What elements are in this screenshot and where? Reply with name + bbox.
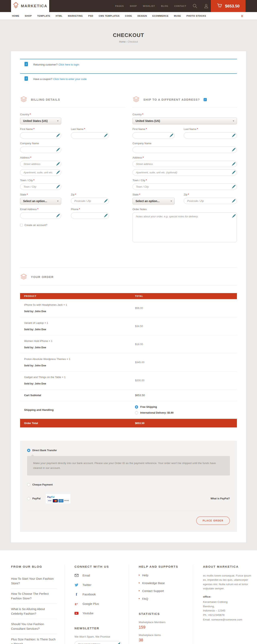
logo[interactable]: MARKETICA (11, 0, 49, 12)
newsletter-block: NEWSLETTER We Won't Spam, We Promise SIG… (74, 626, 123, 644)
create-account-checkbox[interactable] (20, 224, 23, 226)
billing-state-select[interactable]: Select an option... (20, 198, 61, 204)
knowledge-base-link[interactable]: Knowledge Base (139, 581, 187, 585)
direct-bank-transfer-option[interactable]: Direct Bank Transfer (27, 449, 230, 452)
login-link[interactable]: Click here to login (58, 63, 79, 66)
shipping-country-label: Country* (132, 113, 237, 116)
subnav-home[interactable]: HOME (12, 15, 20, 17)
order-notes-textarea[interactable] (132, 212, 237, 242)
nav-pages[interactable]: PAGES (115, 5, 124, 7)
google-plus-link[interactable]: g+ Google Plus (74, 602, 123, 606)
billing-country-select[interactable]: United States (US) (20, 118, 61, 124)
newsletter-email-input[interactable] (78, 642, 115, 644)
email-link[interactable]: Email (74, 574, 123, 578)
cheque-payment-option[interactable]: Cheque Payment (27, 483, 230, 486)
twitter-link[interactable]: Twitter (74, 583, 123, 587)
free-shipping-option[interactable]: Free Shipping (135, 405, 237, 408)
what-is-paypal-link[interactable]: What is PayPal? (210, 497, 230, 500)
radio-unselected-icon[interactable] (27, 483, 30, 486)
subnav-muse[interactable]: MUSE (174, 15, 181, 17)
subnav-code[interactable]: CODE (125, 15, 132, 17)
shipping-apartment-input[interactable] (136, 171, 230, 174)
place-order-button[interactable]: PLACE ORDER (196, 516, 230, 525)
billing-zip-label: Zip* (71, 193, 109, 196)
shipping-first-name-field (132, 132, 175, 138)
breadcrumb-home[interactable]: Home (119, 40, 126, 43)
nav-wishlist[interactable]: WISHLIST (143, 5, 155, 7)
subnav-marketing[interactable]: MARKETING (68, 15, 83, 17)
nav-shop[interactable]: SHOP (130, 5, 137, 7)
radio-unselected-icon[interactable] (27, 497, 30, 500)
blog-post-link[interactable]: Plus Size Fashion: Is There Such a Thing… (11, 634, 57, 644)
subnav-photo-stocks[interactable]: PHOTO STOCKS (186, 15, 206, 17)
ship-different-address-checkbox[interactable]: ✓ (204, 98, 207, 101)
shipping-country-select[interactable]: United States (US) (132, 118, 237, 124)
payment-divider (27, 510, 230, 511)
shipping-company-input[interactable] (136, 148, 230, 151)
pen-icon (232, 214, 236, 218)
direct-bank-transfer-label: Direct Bank Transfer (32, 449, 57, 452)
subnav-cms-templates[interactable]: CMS TEMPLATES (98, 15, 120, 17)
user-account-icon[interactable] (204, 4, 209, 9)
radio-selected-icon[interactable] (135, 405, 138, 408)
subnav-ecommerce[interactable]: ECOMMERCE (152, 15, 169, 17)
paypal-option[interactable]: PayPal PayPal VISA DISCOVER What is PayP… (27, 494, 230, 504)
pen-icon (56, 148, 60, 152)
blog-post-link[interactable]: How To Start Your Own Fashion Store? (11, 574, 57, 589)
billing-phone-input[interactable] (74, 214, 102, 217)
shipping-last-name-input[interactable] (187, 134, 230, 137)
youtube-link[interactable]: Youtube (74, 611, 123, 615)
subnav-design[interactable]: DESIGN (138, 15, 147, 17)
cart-button[interactable]: $653.50 (211, 0, 246, 12)
free-shipping-label: Free Shipping (140, 406, 157, 408)
shipping-company-field (132, 146, 237, 153)
billing-company-input[interactable] (24, 148, 54, 151)
facebook-link[interactable]: f Facebook (74, 592, 123, 596)
nav-blog[interactable]: BLOG (161, 5, 168, 7)
billing-street-input[interactable] (24, 162, 54, 166)
shipping-last-name-label: Last Name* (184, 128, 237, 130)
billing-town-input[interactable] (24, 185, 54, 188)
contact-support-link[interactable]: Contact Support (139, 589, 187, 592)
subnav-shop[interactable]: SHOP (25, 15, 32, 17)
billing-apartment-input[interactable] (24, 171, 54, 174)
page-title: CHECKOUT (0, 32, 257, 38)
billing-email-input[interactable] (24, 214, 54, 217)
search-icon[interactable] (192, 4, 198, 9)
nav-contact[interactable]: CONTACT (174, 5, 186, 7)
blog-post-link[interactable]: Should You Use Fashion Consultant Servic… (11, 619, 57, 634)
subnav-psd[interactable]: PSD (88, 15, 93, 17)
shipping-street-input[interactable] (136, 162, 230, 166)
cheque-payment-label: Cheque Payment (32, 483, 52, 486)
subnav-html[interactable]: HTML (56, 15, 62, 17)
pen-icon (56, 170, 60, 174)
shipping-first-name-label: First Name* (132, 128, 175, 130)
pen-icon (232, 162, 236, 166)
shipping-address-label: Address* (132, 156, 237, 159)
radio-selected-icon[interactable] (27, 449, 30, 452)
help-link[interactable]: Help (139, 574, 187, 577)
shipping-town-input[interactable] (136, 185, 230, 188)
billing-title: BILLING DETAILS (31, 98, 60, 101)
billing-last-name-input[interactable] (74, 134, 102, 137)
coupon-link[interactable]: Click here to enter your code (53, 78, 86, 80)
radio-unselected-icon[interactable] (135, 411, 138, 414)
shipping-state-select[interactable]: Select an option... (132, 198, 175, 204)
category-nav: HOME SHOP TEMPLATE HTML MARKETING PSD CM… (0, 12, 257, 20)
blog-post-link[interactable]: How To Choose The Perfect Fashion Store? (11, 588, 57, 604)
shipping-zip-input[interactable] (187, 200, 230, 202)
billing-first-name-input[interactable] (24, 134, 54, 137)
blog-post-link[interactable]: What is So Alluring About Celebrity Fash… (11, 604, 57, 619)
info-icon: i (24, 76, 28, 81)
faq-link[interactable]: FAQ (139, 597, 187, 600)
international-delivery-option[interactable]: International Delivery: $5.90 (135, 411, 237, 414)
billing-zip-input[interactable] (74, 200, 102, 202)
billing-address-label: Address* (20, 156, 126, 159)
shipping-first-name-input[interactable] (136, 134, 168, 137)
pen-icon (232, 170, 236, 174)
billing-email-field (20, 212, 61, 219)
subnav-template[interactable]: TEMPLATE (37, 15, 50, 17)
help-column-title: HELP AND SUPPORTS (139, 565, 187, 568)
billing-first-name-label: First Name* (20, 128, 61, 130)
more-categories-chevron-icon[interactable] (241, 14, 243, 18)
